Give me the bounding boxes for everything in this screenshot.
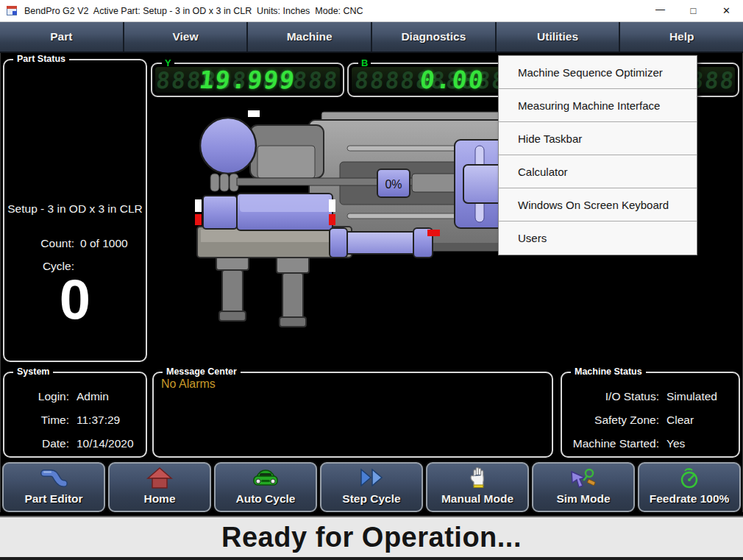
action-button-row: Part Editor Home Auto Cycle Step Cycle M… — [0, 462, 743, 512]
menu-item-hide-taskbar[interactable]: Hide Taskbar — [499, 122, 697, 155]
utilities-dropdown-menu: Machine Sequence Optimizer Measuring Mac… — [498, 55, 697, 255]
time-value: 11:37:29 — [77, 413, 120, 428]
part-editor-button[interactable]: Part Editor — [2, 462, 105, 512]
menu-bar: Part View Machine Diagnostics Utilities … — [0, 22, 743, 53]
status-bar: Ready for Operation... — [0, 516, 743, 557]
menu-item-machine-sequence-optimizer[interactable]: Machine Sequence Optimizer — [499, 56, 697, 89]
title-bar: BendPro G2 V2 Active Part: Setup - 3 in … — [0, 0, 743, 22]
car-icon — [251, 466, 280, 491]
close-icon: ✕ — [722, 5, 730, 16]
feedrate-button[interactable]: Feedrate 100% — [638, 462, 741, 512]
menu-view[interactable]: View — [124, 22, 249, 52]
cycle-count-value: 0 — [4, 270, 146, 329]
menu-item-measuring-machine-interface[interactable]: Measuring Machine Interface — [499, 89, 697, 122]
machine-started-value: Yes — [666, 436, 685, 451]
app-icon — [7, 5, 18, 17]
close-button[interactable]: ✕ — [710, 0, 743, 22]
safety-zone-label: Safety Zone: — [562, 413, 659, 428]
window-title: BendPro G2 V2 Active Part: Setup - 3 in … — [24, 6, 363, 16]
system-title: System — [13, 366, 53, 378]
pressure-slider: 0% — [377, 169, 410, 197]
sim-mode-button[interactable]: Sim Mode — [532, 462, 635, 512]
active-part-name: Setup - 3 in OD x 3 in CLR — [7, 202, 143, 216]
sim-pointer-icon — [569, 466, 598, 491]
status-bar-text: Ready for Operation... — [221, 522, 522, 553]
b-axis-value: 0.00 — [419, 67, 486, 93]
login-label: Login: — [4, 389, 69, 404]
clamp-die-block — [203, 196, 237, 229]
step-cycle-button[interactable]: Step Cycle — [320, 462, 423, 512]
safety-zone-value: Clear — [666, 413, 694, 428]
count-label: Count: — [4, 237, 74, 250]
time-label: Time: — [4, 413, 69, 428]
gauge-icon — [678, 466, 701, 491]
menu-diagnostics[interactable]: Diagnostics — [372, 22, 497, 52]
menu-help[interactable]: Help — [620, 22, 743, 52]
date-value: 10/14/2020 — [77, 436, 134, 451]
white-indicator-top — [248, 110, 260, 117]
y-axis-value: 19.999 — [155, 67, 340, 93]
system-panel: System Login:Admin Time:11:37:29 Date:10… — [3, 372, 147, 458]
window-bottom-edge — [0, 557, 743, 560]
part-status-title: Part Status — [13, 54, 69, 65]
bend-die — [200, 118, 256, 174]
bendpro-window: BendPro G2 V2 Active Part: Setup - 3 in … — [0, 0, 743, 560]
pressure-percent-label: 0% — [385, 178, 402, 191]
part-status-panel: Part Status Setup - 3 in OD x 3 in CLR C… — [3, 59, 147, 362]
menu-item-users[interactable]: Users — [499, 221, 697, 255]
menu-utilities[interactable]: Utilities — [497, 22, 621, 52]
machine-started-label: Machine Started: — [562, 436, 659, 451]
home-button[interactable]: Home — [108, 462, 211, 512]
menu-item-windows-on-screen-keyboard[interactable]: Windows On Screen Keyboard — [499, 188, 697, 221]
machine-legs — [216, 254, 309, 327]
menu-part[interactable]: Part — [0, 22, 124, 52]
maximize-icon: □ — [691, 5, 697, 16]
menu-machine[interactable]: Machine — [248, 22, 372, 52]
maximize-button[interactable]: □ — [677, 0, 710, 22]
manual-mode-button[interactable]: Manual Mode — [426, 462, 529, 512]
login-value: Admin — [77, 389, 109, 404]
alarm-message: No Alarms — [161, 378, 216, 391]
y-axis-display: Y 888888888888 19.999 — [151, 63, 344, 97]
minimize-button[interactable]: — — [644, 0, 677, 22]
auto-cycle-button[interactable]: Auto Cycle — [214, 462, 317, 512]
menu-item-calculator[interactable]: Calculator — [499, 155, 697, 188]
machine-status-panel: Machine Status I/O Status:Simulated Safe… — [561, 372, 740, 458]
message-center-title: Message Center — [163, 366, 241, 378]
machine-status-title: Machine Status — [571, 366, 646, 378]
glove-icon — [466, 466, 488, 491]
minimize-icon: — — [655, 4, 665, 15]
hydraulic-cylinder — [330, 228, 433, 258]
home-icon — [146, 466, 173, 491]
step-arrows-icon — [358, 466, 385, 491]
io-status-label: I/O Status: — [562, 389, 659, 404]
date-label: Date: — [4, 436, 69, 451]
bent-tube-icon — [40, 466, 68, 491]
message-center-panel: Message Center No Alarms — [152, 372, 553, 458]
count-value: 0 of 1000 — [80, 237, 128, 250]
io-status-value: Simulated — [666, 389, 717, 404]
